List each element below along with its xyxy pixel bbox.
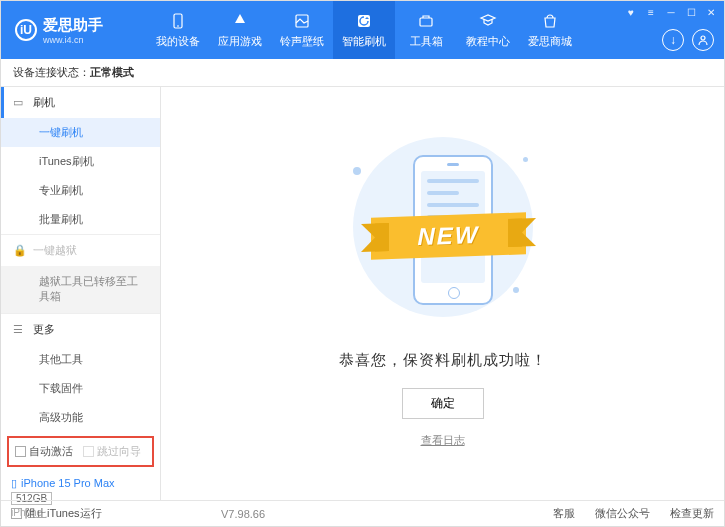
nav-ringtone[interactable]: 铃声壁纸: [271, 1, 333, 59]
checkbox-block-itunes[interactable]: 阻止iTunes运行: [11, 506, 102, 521]
lock-icon: 🔒: [13, 244, 27, 257]
maximize-icon[interactable]: ☐: [684, 5, 698, 19]
list-icon: ▭: [13, 96, 27, 109]
checkbox-skip-setup[interactable]: 跳过向导: [83, 444, 141, 459]
device-name[interactable]: ▯ iPhone 15 Pro Max: [11, 477, 150, 490]
nav-apps[interactable]: 应用游戏: [209, 1, 271, 59]
app-url: www.i4.cn: [43, 35, 103, 45]
device-icon: [169, 12, 187, 30]
store-icon: [541, 12, 559, 30]
app-header: iU 爱思助手 www.i4.cn 我的设备 应用游戏 铃声壁纸 智能刷机 工具…: [1, 1, 724, 59]
flash-icon: [355, 12, 373, 30]
app-title: 爱思助手: [43, 16, 103, 35]
menu-icon[interactable]: ♥: [624, 5, 638, 19]
success-illustration: NEW: [343, 127, 543, 327]
close-icon[interactable]: ✕: [704, 5, 718, 19]
nav-toolbox[interactable]: 工具箱: [395, 1, 457, 59]
sidebar-group-flash[interactable]: ▭ 刷机: [1, 87, 160, 118]
checkbox-auto-activate[interactable]: 自动激活: [15, 444, 73, 459]
new-ribbon: NEW: [371, 212, 526, 259]
footer-support[interactable]: 客服: [553, 506, 575, 521]
footer-update[interactable]: 检查更新: [670, 506, 714, 521]
sidebar-item-pro-flash[interactable]: 专业刷机: [1, 176, 160, 205]
footer: 阻止iTunes运行 V7.98.66 客服 微信公众号 检查更新: [1, 500, 724, 526]
nav-my-device[interactable]: 我的设备: [147, 1, 209, 59]
nav-tutorial[interactable]: 教程中心: [457, 1, 519, 59]
sidebar-item-download-firmware[interactable]: 下载固件: [1, 374, 160, 403]
tutorial-icon: [479, 12, 497, 30]
status-bar: 设备连接状态： 正常模式: [1, 59, 724, 87]
ok-button[interactable]: 确定: [402, 388, 484, 419]
status-value: 正常模式: [90, 65, 134, 80]
svg-rect-5: [420, 18, 432, 26]
toolbox-icon: [417, 12, 435, 30]
sidebar-item-advanced[interactable]: 高级功能: [1, 403, 160, 432]
sidebar-group-jailbreak: 🔒 一键越狱: [1, 234, 160, 266]
apps-icon: [231, 12, 249, 30]
main-content: NEW 恭喜您，保资料刷机成功啦！ 确定 查看日志: [161, 87, 724, 500]
view-log-link[interactable]: 查看日志: [421, 433, 465, 448]
nav-store[interactable]: 爱思商城: [519, 1, 581, 59]
more-icon: ☰: [13, 323, 27, 336]
jailbreak-note: 越狱工具已转移至工具箱: [1, 266, 160, 313]
svg-point-6: [701, 36, 705, 40]
top-nav: 我的设备 应用游戏 铃声壁纸 智能刷机 工具箱 教程中心 爱思商城: [147, 1, 581, 59]
sidebar: ▭ 刷机 一键刷机 iTunes刷机 专业刷机 批量刷机 🔒 一键越狱 越狱工具…: [1, 87, 161, 500]
logo-icon: iU: [15, 19, 37, 41]
options-row: 自动激活 跳过向导: [7, 436, 154, 467]
footer-wechat[interactable]: 微信公众号: [595, 506, 650, 521]
success-message: 恭喜您，保资料刷机成功啦！: [339, 351, 547, 370]
sidebar-item-onekey-flash[interactable]: 一键刷机: [1, 118, 160, 147]
sidebar-item-itunes-flash[interactable]: iTunes刷机: [1, 147, 160, 176]
sidebar-group-more[interactable]: ☰ 更多: [1, 313, 160, 345]
wallpaper-icon: [293, 12, 311, 30]
version-label: V7.98.66: [221, 508, 265, 520]
sidebar-item-other-tools[interactable]: 其他工具: [1, 345, 160, 374]
phone-icon: ▯: [11, 477, 17, 490]
user-button[interactable]: [692, 29, 714, 51]
download-button[interactable]: ↓: [662, 29, 684, 51]
nav-flash[interactable]: 智能刷机: [333, 1, 395, 59]
options-icon[interactable]: ≡: [644, 5, 658, 19]
sidebar-item-batch-flash[interactable]: 批量刷机: [1, 205, 160, 234]
logo: iU 爱思助手 www.i4.cn: [1, 16, 113, 45]
minimize-icon[interactable]: ─: [664, 5, 678, 19]
status-label: 设备连接状态：: [13, 65, 90, 80]
